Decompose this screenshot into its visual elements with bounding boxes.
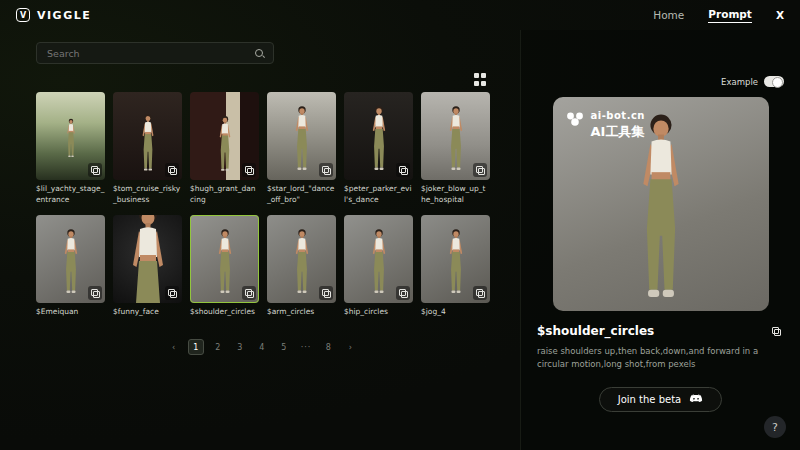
template-card[interactable]: $joker_blow_up_the_hospital [421, 92, 490, 205]
template-grid: $lil_yachty_stage_entrance $tom_cruise_r… [36, 92, 488, 327]
template-card[interactable]: $arm_circles [267, 215, 336, 327]
join-beta-button[interactable]: Join the beta [599, 387, 723, 412]
viggle-logo-icon: V [16, 8, 30, 22]
search-box[interactable] [36, 42, 274, 64]
template-label: $funny_face [113, 307, 182, 327]
template-thumbnail[interactable] [421, 215, 490, 303]
template-label: $arm_circles [267, 307, 336, 327]
help-button[interactable]: ? [764, 416, 786, 438]
preview-character-figure [624, 111, 698, 311]
copy-icon[interactable] [396, 286, 410, 300]
detail-title: $shoulder_circles [537, 324, 654, 338]
view-toggle-row [36, 73, 486, 86]
copy-icon[interactable] [473, 286, 487, 300]
copy-icon[interactable] [242, 286, 256, 300]
character-figure [289, 105, 315, 175]
copy-icon[interactable] [396, 163, 410, 177]
nav-x[interactable]: X [776, 9, 784, 21]
template-thumbnail[interactable] [344, 215, 413, 303]
template-thumbnail[interactable] [267, 92, 336, 180]
character-figure [289, 228, 315, 298]
brand[interactable]: V VIGGLE [16, 8, 91, 22]
copy-icon[interactable] [242, 163, 256, 177]
template-card[interactable]: $peter_parker_evil's_dance [344, 92, 413, 205]
template-label: $lil_yachty_stage_entrance [36, 184, 105, 205]
pagination-next[interactable]: › [342, 339, 358, 355]
copy-icon[interactable] [319, 286, 333, 300]
brand-name: VIGGLE [37, 9, 91, 22]
character-figure [366, 228, 392, 298]
ai-bot-logo-icon [566, 110, 584, 126]
copy-icon[interactable] [88, 163, 102, 177]
copy-prompt-icon[interactable] [768, 323, 784, 339]
template-card[interactable]: $hugh_grant_dancing [190, 92, 259, 205]
character-figure [443, 228, 469, 298]
template-card[interactable]: $tom_cruise_risky_business [113, 92, 182, 205]
example-row: Example [537, 76, 784, 87]
copy-icon[interactable] [165, 163, 179, 177]
pagination: ‹ 1 2 3 4 5 ··· 8 › [36, 339, 488, 355]
template-thumbnail-selected[interactable] [190, 215, 259, 303]
template-card[interactable]: $jog_4 [421, 215, 490, 327]
template-thumbnail[interactable] [36, 92, 105, 180]
template-label: $peter_parker_evil's_dance [344, 184, 413, 205]
pagination-prev[interactable]: ‹ [166, 339, 182, 355]
template-card[interactable]: $star_lord_"dance_off_bro" [267, 92, 336, 205]
template-label: $star_lord_"dance_off_bro" [267, 184, 336, 205]
template-thumbnail[interactable] [190, 92, 259, 180]
template-label: $Emeiquan [36, 307, 105, 327]
template-card[interactable]: $funny_face [113, 215, 182, 327]
template-thumbnail[interactable] [113, 215, 182, 303]
character-figure [212, 115, 238, 175]
character-figure [135, 113, 161, 175]
example-label: Example [721, 77, 758, 87]
template-card[interactable]: $lil_yachty_stage_entrance [36, 92, 105, 205]
template-thumbnail[interactable] [421, 92, 490, 180]
pagination-page-8[interactable]: 8 [320, 339, 336, 355]
character-figure [212, 228, 238, 298]
copy-icon[interactable] [473, 163, 487, 177]
template-card-selected[interactable]: $shoulder_circles [190, 215, 259, 327]
template-card[interactable]: $hip_circles [344, 215, 413, 327]
nav-prompt[interactable]: Prompt [708, 8, 752, 23]
template-label: $tom_cruise_risky_business [113, 184, 182, 205]
character-figure [443, 105, 469, 175]
pagination-ellipsis: ··· [298, 339, 315, 355]
template-gallery-section: $lil_yachty_stage_entrance $tom_cruise_r… [36, 30, 488, 355]
copy-icon[interactable] [88, 286, 102, 300]
grid-view-icon[interactable] [474, 73, 486, 86]
search-input[interactable] [45, 47, 254, 60]
example-toggle[interactable] [764, 76, 784, 87]
template-label: $hip_circles [344, 307, 413, 327]
pagination-page-5[interactable]: 5 [276, 339, 292, 355]
main-nav: Home Prompt X [653, 8, 784, 23]
detail-panel: Example ai-bot.cn AI工具集 $shoulder_circle… [520, 30, 800, 450]
detail-description: raise shoulders up,then back,down,and fo… [537, 345, 784, 371]
character-figure [58, 118, 84, 160]
viggle-app: V VIGGLE Home Prompt X $lil_yachty_stage… [0, 0, 800, 450]
preview-image: ai-bot.cn AI工具集 [553, 97, 769, 311]
search-icon[interactable] [254, 48, 265, 59]
template-thumbnail[interactable] [267, 215, 336, 303]
template-label: $hugh_grant_dancing [190, 184, 259, 205]
nav-home[interactable]: Home [653, 9, 684, 21]
template-card[interactable]: $Emeiquan [36, 215, 105, 327]
character-figure [366, 105, 392, 175]
copy-icon[interactable] [319, 163, 333, 177]
pagination-page-2[interactable]: 2 [210, 339, 226, 355]
template-label: $joker_blow_up_the_hospital [421, 184, 490, 205]
template-label: $shoulder_circles [190, 307, 259, 327]
template-label: $jog_4 [421, 307, 490, 327]
character-figure [58, 228, 84, 298]
template-thumbnail[interactable] [36, 215, 105, 303]
copy-icon[interactable] [165, 286, 179, 300]
template-thumbnail[interactable] [113, 92, 182, 180]
join-beta-label: Join the beta [618, 394, 682, 405]
detail-title-row: $shoulder_circles [537, 323, 784, 339]
pagination-page-4[interactable]: 4 [254, 339, 270, 355]
top-bar: V VIGGLE Home Prompt X [0, 0, 800, 30]
template-thumbnail[interactable] [344, 92, 413, 180]
pagination-page-1[interactable]: 1 [188, 339, 204, 355]
pagination-page-3[interactable]: 3 [232, 339, 248, 355]
discord-icon [689, 394, 703, 405]
